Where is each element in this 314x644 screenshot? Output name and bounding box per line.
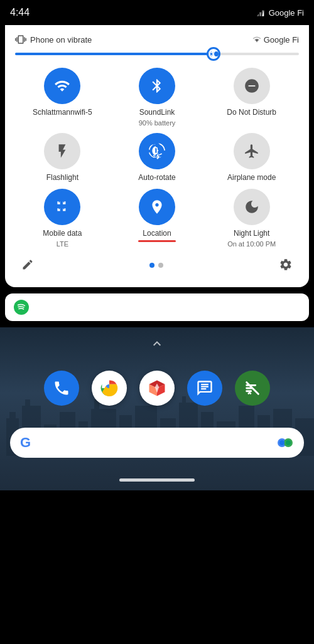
autorotate-icon bbox=[149, 143, 165, 159]
location-underline bbox=[138, 240, 176, 242]
edit-button[interactable] bbox=[18, 255, 38, 277]
slider-fill bbox=[15, 53, 214, 55]
home-indicator[interactable] bbox=[0, 473, 314, 484]
loc-icon-bg bbox=[139, 189, 175, 225]
slider-track bbox=[15, 53, 299, 55]
loc-label: Location bbox=[143, 229, 171, 239]
spotify-icon bbox=[14, 300, 29, 315]
wifi-icon-bg bbox=[44, 68, 80, 104]
brightness-icon bbox=[208, 51, 214, 57]
tiles-grid: Schlattmannwifi-5 SoundLink 90% battery … bbox=[15, 68, 299, 248]
assistant-icon bbox=[276, 434, 294, 451]
night-icon-bg bbox=[234, 189, 270, 225]
signal-bar-icon bbox=[252, 35, 261, 44]
app-chrome[interactable] bbox=[92, 371, 127, 406]
google-dots-assistant[interactable] bbox=[276, 434, 294, 451]
location-icon bbox=[149, 199, 165, 215]
svg-point-0 bbox=[14, 300, 29, 315]
brightness-slider[interactable] bbox=[15, 53, 299, 55]
settings-button[interactable] bbox=[275, 254, 296, 277]
tile-location[interactable]: Location bbox=[110, 189, 205, 248]
dot-1 bbox=[149, 263, 154, 268]
svg-rect-2 bbox=[9, 412, 16, 421]
bt-label: SoundLink bbox=[139, 108, 175, 118]
airplane-icon-bg bbox=[234, 133, 270, 169]
flashlight-icon bbox=[54, 143, 70, 159]
home-bar bbox=[119, 478, 195, 482]
bt-icon-bg bbox=[139, 68, 175, 104]
edit-icon bbox=[21, 258, 34, 271]
dot-2 bbox=[158, 263, 163, 268]
phone-icon bbox=[53, 379, 70, 397]
tile-flashlight[interactable]: Flashlight bbox=[15, 133, 110, 183]
airplane-icon bbox=[244, 143, 260, 159]
maps-icon bbox=[148, 379, 166, 398]
dnd-icon bbox=[244, 78, 260, 94]
vibrate-text: Phone on vibrate bbox=[30, 35, 92, 45]
qs-bottom-bar bbox=[15, 254, 299, 277]
flash-label: Flashlight bbox=[46, 173, 78, 183]
slider-thumb[interactable] bbox=[207, 47, 220, 61]
vibrate-info: Phone on vibrate bbox=[15, 34, 92, 45]
network-info: Google Fi bbox=[252, 35, 299, 45]
brightness-row[interactable] bbox=[15, 53, 299, 55]
dnd-icon-bg bbox=[234, 68, 270, 104]
bluetooth-icon bbox=[149, 78, 165, 94]
airplane-label: Airplane mode bbox=[227, 173, 276, 183]
chrome-icon bbox=[100, 379, 119, 398]
network-label: Google Fi bbox=[269, 8, 304, 18]
tile-nightlight[interactable]: Night Light On at 10:00 PM bbox=[204, 189, 299, 248]
feedly-icon bbox=[244, 379, 261, 397]
app-phone[interactable] bbox=[44, 371, 79, 406]
status-icons: Google Fi bbox=[256, 8, 304, 18]
chevron-up[interactable] bbox=[0, 334, 314, 354]
tile-mobiledata[interactable]: Mobile data LTE bbox=[15, 189, 110, 248]
tile-autorotate[interactable]: Auto-rotate bbox=[110, 133, 205, 183]
night-sublabel: On at 10:00 PM bbox=[227, 240, 276, 248]
nightlight-icon bbox=[244, 199, 260, 215]
tile-airplane[interactable]: Airplane mode bbox=[204, 133, 299, 183]
chevron-up-icon bbox=[149, 336, 165, 351]
quick-settings-panel: Phone on vibrate Google Fi bbox=[5, 25, 309, 287]
status-bar: 4:44 Google Fi bbox=[0, 0, 314, 25]
wifi-icon bbox=[54, 78, 70, 94]
dnd-label: Do Not Disturb bbox=[227, 108, 276, 118]
wifi-label: Schlattmannwifi-5 bbox=[33, 108, 92, 118]
network-text: Google Fi bbox=[264, 35, 299, 45]
spotify-bar[interactable] bbox=[5, 293, 309, 321]
messages-icon bbox=[196, 379, 214, 397]
status-time: 4:44 bbox=[10, 7, 30, 18]
google-g-logo: G bbox=[20, 435, 31, 451]
app-maps[interactable] bbox=[139, 371, 175, 406]
svg-point-27 bbox=[279, 440, 284, 445]
search-bar[interactable]: G bbox=[10, 428, 304, 458]
signal-icon bbox=[256, 8, 265, 17]
app-dock bbox=[0, 364, 314, 412]
mdata-icon-bg bbox=[44, 189, 80, 225]
home-screen: G bbox=[0, 327, 314, 490]
flash-icon-bg bbox=[44, 133, 80, 169]
app-messages[interactable] bbox=[187, 371, 222, 406]
tile-dnd[interactable]: Do Not Disturb bbox=[204, 68, 299, 127]
rotate-label: Auto-rotate bbox=[138, 173, 175, 183]
mdata-sublabel: LTE bbox=[57, 240, 68, 248]
app-feedly[interactable] bbox=[235, 371, 270, 406]
vibrate-icon bbox=[15, 34, 26, 45]
mdata-label: Mobile data bbox=[43, 229, 82, 239]
rotate-icon-bg bbox=[139, 133, 175, 169]
settings-icon bbox=[279, 258, 293, 272]
tile-wifi[interactable]: Schlattmannwifi-5 bbox=[15, 68, 110, 127]
night-label: Night Light bbox=[234, 229, 269, 239]
top-info-row: Phone on vibrate Google Fi bbox=[15, 34, 299, 45]
mobiledata-icon bbox=[54, 199, 70, 215]
page-dots bbox=[149, 263, 163, 268]
svg-point-28 bbox=[286, 440, 291, 445]
bt-sublabel: 90% battery bbox=[139, 119, 176, 127]
tile-bluetooth[interactable]: SoundLink 90% battery bbox=[110, 68, 205, 127]
